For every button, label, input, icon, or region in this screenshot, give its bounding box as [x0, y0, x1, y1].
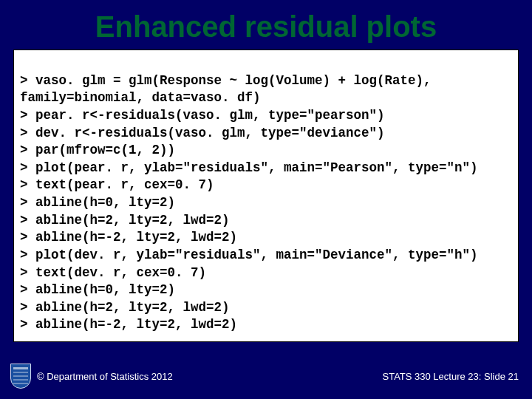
code-block: > vaso. glm = glm(Response ~ log(Volume)… [13, 50, 519, 342]
code-line: > abline(h=-2, lty=2, lwd=2) [20, 230, 237, 245]
code-line: > text(dev. r, cex=0. 7) [20, 265, 206, 280]
code-line: > abline(h=-2, lty=2, lwd=2) [20, 317, 237, 332]
code-line: > par(mfrow=c(1, 2)) [20, 143, 175, 157]
code-line: > abline(h=0, lty=2) [20, 282, 175, 297]
footer: © Department of Statistics 2012 STATS 33… [0, 364, 532, 389]
code-line: > abline(h=0, lty=2) [20, 195, 175, 210]
code-line: > pear. r<-residuals(vaso. glm, type="pe… [20, 108, 385, 123]
footer-left: © Department of Statistics 2012 [10, 364, 173, 389]
code-line: > dev. r<-residuals(vaso. glm, type="dev… [20, 126, 385, 140]
university-crest-icon [10, 364, 31, 389]
code-line: > abline(h=2, lty=2, lwd=2) [20, 300, 230, 315]
slide-title: Enhanced residual plots [0, 0, 532, 50]
code-line: > abline(h=2, lty=2, lwd=2) [20, 213, 230, 228]
code-line: family=binomial, data=vaso. df) [20, 90, 261, 105]
page-info: STATS 330 Lecture 23: Slide 21 [382, 371, 519, 382]
code-line: > vaso. glm = glm(Response ~ log(Volume)… [20, 73, 439, 88]
code-line: > plot(dev. r, ylab="residuals", main="D… [20, 248, 478, 262]
code-line: > text(pear. r, cex=0. 7) [20, 177, 214, 192]
copyright-text: © Department of Statistics 2012 [37, 371, 173, 382]
code-line: > plot(pear. r, ylab="residuals", main="… [20, 160, 478, 175]
